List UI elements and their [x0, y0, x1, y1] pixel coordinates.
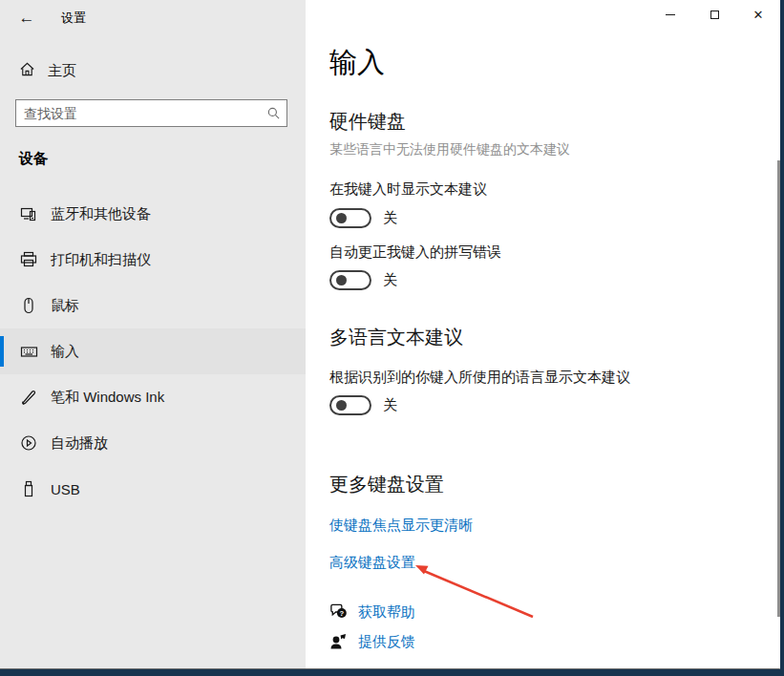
toggle-row: 关: [329, 270, 397, 290]
section-title-hardware-keyboard: 硬件键盘: [329, 109, 406, 135]
feedback-link[interactable]: 提供反馈: [358, 633, 415, 651]
toggle-knob: [336, 275, 347, 285]
toggle-knob: [336, 213, 347, 223]
toggle-multilingual-suggestions[interactable]: [329, 395, 371, 415]
get-help-link[interactable]: 获取帮助: [358, 603, 415, 622]
sidebar-item-home[interactable]: 主页: [0, 55, 306, 86]
toggle-row: 关: [329, 208, 397, 228]
section-description: 某些语言中无法使用硬件键盘的文本建议: [329, 141, 570, 158]
window-controls: ✕: [648, 0, 780, 29]
sidebar-item-pen-windows-ink[interactable]: 笔和 Windows Ink: [0, 374, 306, 420]
toggle-row: 关: [329, 395, 397, 415]
usb-icon: [19, 480, 38, 497]
sidebar-item-printers-scanners[interactable]: 打印机和扫描仪: [0, 237, 306, 283]
feedback-icon: [328, 632, 349, 651]
toggle-show-text-suggestions[interactable]: [329, 208, 371, 228]
search-box: [15, 99, 287, 127]
sidebar-item-mouse[interactable]: 鼠标: [0, 283, 306, 328]
sidebar-item-usb[interactable]: USB: [0, 466, 306, 512]
feedback-link-row: 提供反馈: [328, 632, 415, 651]
setting-label-show-text-suggestions: 在我键入时显示文本建议: [329, 180, 487, 199]
sidebar-item-label: 自动播放: [51, 434, 108, 453]
svg-text:?: ?: [339, 609, 344, 618]
section-title-more-keyboard-settings: 更多键盘设置: [329, 472, 444, 497]
titlebar: ← 设置: [0, 0, 306, 38]
sidebar-item-autoplay[interactable]: 自动播放: [0, 420, 306, 466]
maximize-icon: [710, 11, 719, 19]
toggle-autocorrect[interactable]: [329, 270, 371, 290]
settings-window: ← 设置 主页 设备: [0, 0, 780, 669]
sidebar-item-label: 打印机和扫描仪: [51, 251, 151, 269]
maximize-button[interactable]: [692, 0, 736, 29]
sidebar-item-bluetooth-devices[interactable]: 蓝牙和其他设备: [0, 191, 306, 237]
app-title: 设置: [61, 10, 86, 27]
sidebar-item-label: 蓝牙和其他设备: [51, 205, 151, 223]
keyboard-icon: [19, 343, 38, 361]
back-button[interactable]: ←: [11, 5, 42, 32]
section-title-multilingual: 多语言文本建议: [329, 325, 463, 350]
search-icon[interactable]: [260, 106, 286, 120]
link-advanced-keyboard-settings[interactable]: 高级键盘设置: [329, 554, 415, 572]
content-area: ✕ 输入 硬件键盘 某些语言中无法使用硬件键盘的文本建议 在我键入时显示文本建议…: [306, 0, 780, 668]
minimize-button[interactable]: [648, 0, 692, 29]
selected-accent-bar: [0, 336, 4, 367]
printer-icon: [19, 251, 38, 268]
sidebar-item-label: 鼠标: [51, 297, 79, 315]
minimize-icon: [666, 14, 675, 15]
setting-label-autocorrect: 自动更正我键入的拼写错误: [329, 243, 501, 262]
sidebar-item-label: 输入: [51, 343, 79, 361]
sidebar: ← 设置 主页 设备: [0, 0, 306, 668]
sidebar-item-label: USB: [51, 481, 80, 497]
sidebar-item-label: 主页: [48, 62, 76, 80]
link-keyboard-focus-clearer[interactable]: 使键盘焦点显示更清晰: [329, 517, 473, 535]
sidebar-nav: 蓝牙和其他设备 打印机和扫描仪 鼠标: [0, 191, 306, 512]
search-input[interactable]: [16, 100, 260, 126]
sidebar-item-typing[interactable]: 输入: [0, 328, 306, 374]
page-title: 输入: [329, 44, 385, 82]
get-help-icon: ?: [328, 602, 349, 623]
mouse-icon: [19, 297, 38, 314]
close-icon: ✕: [753, 9, 764, 21]
devices-icon: [19, 205, 38, 222]
toggle-state-label: 关: [383, 271, 397, 289]
toggle-state-label: 关: [383, 396, 397, 414]
close-button[interactable]: ✕: [736, 0, 780, 29]
help-link-row: ? 获取帮助: [328, 602, 415, 623]
setting-label-multilingual-suggestions: 根据识别到的你键入所使用的语言显示文本建议: [329, 369, 630, 387]
vertical-scrollbar[interactable]: [777, 160, 780, 617]
autoplay-icon: [19, 434, 38, 452]
toggle-state-label: 关: [383, 209, 397, 227]
toggle-knob: [336, 400, 347, 411]
home-icon: [19, 61, 35, 81]
pen-icon: [19, 389, 38, 406]
sidebar-section-label: 设备: [19, 150, 48, 168]
sidebar-item-label: 笔和 Windows Ink: [51, 389, 164, 407]
